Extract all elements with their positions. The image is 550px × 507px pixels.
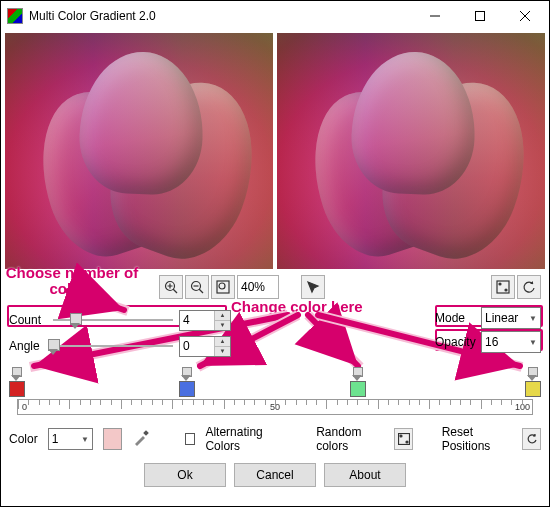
gradient-stop-swatch[interactable] — [179, 381, 195, 397]
pointer-tool-button[interactable] — [301, 275, 325, 299]
svg-point-4 — [219, 283, 225, 289]
color-swatch[interactable] — [103, 428, 122, 450]
reset-positions-label: Reset Positions — [442, 425, 512, 453]
color-index-dropdown[interactable]: 1▼ — [48, 428, 93, 450]
opacity-dropdown[interactable]: 16▼ — [481, 331, 541, 353]
gradient-stops[interactable]: 0 50 100 — [9, 367, 541, 403]
angle-slider[interactable] — [53, 336, 173, 356]
gradient-stop-handle[interactable] — [182, 367, 192, 381]
gradient-stop-handle[interactable] — [353, 367, 363, 381]
zoom-out-button[interactable] — [185, 275, 209, 299]
zoom-in-button[interactable] — [159, 275, 183, 299]
spin-down-icon: ▼ — [214, 321, 230, 330]
count-label: Count — [9, 313, 47, 327]
ok-button[interactable]: Ok — [144, 463, 226, 487]
count-spinner[interactable]: 4 ▲▼ — [179, 310, 231, 331]
gradient-stop-handle[interactable] — [528, 367, 538, 381]
gradient-ruler: 0 50 100 — [17, 399, 533, 415]
svg-point-7 — [505, 289, 507, 291]
random-colors-button[interactable] — [394, 428, 413, 450]
reset-positions-button[interactable] — [522, 428, 541, 450]
minimize-button[interactable] — [412, 2, 457, 30]
maximize-button[interactable] — [457, 2, 502, 30]
zoom-level-field[interactable]: 40% — [237, 275, 279, 299]
app-icon — [7, 8, 23, 24]
close-button[interactable] — [502, 2, 547, 30]
gradient-stop-swatch[interactable] — [9, 381, 25, 397]
chevron-down-icon: ▼ — [529, 338, 537, 347]
angle-label: Angle — [9, 339, 47, 353]
svg-point-6 — [499, 283, 501, 285]
alternating-colors-label: Alternating Colors — [205, 425, 286, 453]
spin-up-icon: ▲ — [214, 311, 230, 321]
mode-dropdown[interactable]: Linear▼ — [481, 307, 541, 329]
svg-point-10 — [400, 435, 402, 437]
eyedropper-icon[interactable] — [132, 429, 150, 450]
zoom-fit-button[interactable] — [211, 275, 235, 299]
count-slider[interactable] — [53, 310, 173, 330]
gradient-stop-swatch[interactable] — [350, 381, 366, 397]
opacity-label: Opacity — [435, 335, 475, 349]
svg-rect-0 — [475, 12, 484, 21]
gradient-stop-handle[interactable] — [12, 367, 22, 381]
chevron-down-icon: ▼ — [529, 314, 537, 323]
toggle-preview-button[interactable] — [491, 275, 515, 299]
svg-rect-8 — [143, 430, 149, 436]
color-label: Color — [9, 432, 38, 446]
window-title: Multi Color Gradient 2.0 — [29, 9, 412, 23]
cancel-button[interactable]: Cancel — [234, 463, 316, 487]
preview-right — [277, 33, 545, 269]
mode-label: Mode — [435, 311, 475, 325]
about-button[interactable]: About — [324, 463, 406, 487]
reset-button[interactable] — [517, 275, 541, 299]
gradient-stop-swatch[interactable] — [525, 381, 541, 397]
alternating-colors-checkbox[interactable] — [185, 433, 195, 445]
random-colors-label: Random colors — [316, 425, 384, 453]
preview-left — [5, 33, 273, 269]
angle-spinner[interactable]: 0 ▲▼ — [179, 336, 231, 357]
svg-point-11 — [406, 441, 408, 443]
svg-rect-5 — [497, 281, 509, 293]
